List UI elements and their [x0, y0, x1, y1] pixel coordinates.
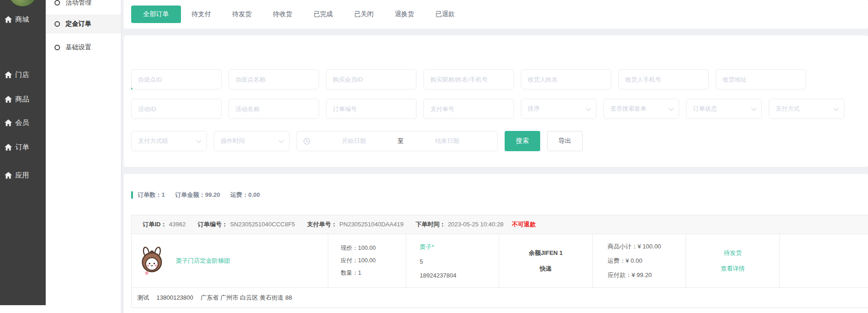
- select-placeholder: 支付方式组: [138, 137, 168, 145]
- sidebar-item-store[interactable]: 门店: [5, 69, 29, 80]
- tab-pending-shipment[interactable]: 待发货: [222, 10, 262, 18]
- tab-all-orders[interactable]: 全部订单: [131, 6, 181, 23]
- select-placeholder: 操作时间: [221, 137, 245, 145]
- order-row: 栗子门店定金阶梯团 现价：100.00 应付：100.00 数量：1 栗子* 5…: [132, 234, 868, 287]
- filter-row-1: [131, 69, 806, 89]
- tab-completed[interactable]: 已完成: [303, 10, 344, 18]
- buyer-member-id-input[interactable]: [326, 69, 416, 89]
- pickup-name-input[interactable]: [229, 69, 319, 89]
- empty-cell: [780, 234, 868, 287]
- summary-items: 订单数：1 订单金额：99.20 运费：0.00: [138, 191, 260, 199]
- export-button[interactable]: 导出: [547, 131, 583, 151]
- home-icon: [5, 119, 12, 126]
- order-status-select[interactable]: 订单状态: [686, 99, 762, 119]
- order-table: 订单ID：43962 订单编号：SN2305251040CCC8F5 支付单号：…: [131, 215, 868, 308]
- first-order-select[interactable]: 是否搜索首单: [603, 99, 679, 119]
- payment-type: 余额JIFEN 1: [529, 249, 563, 257]
- sidebar-item-label: 商品: [15, 95, 29, 104]
- end-date-field[interactable]: 结束日期: [404, 137, 491, 145]
- buyer-nickname-input[interactable]: [423, 69, 514, 89]
- order-header-row: 订单ID：43962 订单编号：SN2305251040CCC8F5 支付单号：…: [132, 215, 868, 234]
- avatar[interactable]: [8, 0, 37, 7]
- home-icon: [5, 16, 12, 23]
- operation-time-select[interactable]: 操作时间: [214, 131, 289, 151]
- chevron-down-icon: [669, 106, 674, 111]
- payment-sn: 支付单号：PN2305251040DAA419: [307, 220, 404, 229]
- tab-refunded[interactable]: 已退款: [425, 10, 465, 18]
- product-cell: 栗子门店定金阶梯团: [132, 234, 328, 287]
- tab-returns[interactable]: 退换货: [384, 10, 425, 18]
- amount-due: 应付款：¥ 99.20: [608, 271, 686, 279]
- sidebar-item-goods[interactable]: 商品: [5, 94, 29, 105]
- delivery-method: 快递: [540, 265, 552, 273]
- sidebar-item-label: 会员: [15, 118, 29, 127]
- submenu-item-deposit-orders[interactable]: 定金订单: [46, 15, 121, 33]
- circle-icon: [54, 21, 60, 27]
- non-refundable-badge: 不可退款: [512, 220, 536, 229]
- shipping-address-input[interactable]: [716, 69, 806, 89]
- status-cell: 待发货 查看详情: [686, 234, 780, 287]
- main-sidebar: 商城 门店 商品 会员 订单 应用: [0, 0, 46, 305]
- activity-name-input[interactable]: [229, 99, 319, 119]
- select-placeholder: 是否搜索首单: [610, 105, 646, 113]
- consignee-name-input[interactable]: [521, 69, 611, 89]
- sidebar-item-mall[interactable]: 商城: [5, 14, 29, 25]
- chevron-down-icon: [834, 106, 839, 111]
- pickup-id-input[interactable]: [131, 69, 222, 89]
- green-bar-icon: [131, 191, 133, 199]
- order-id: 订单ID：43962: [143, 220, 186, 229]
- circle-icon: [54, 45, 60, 50]
- home-icon: [5, 96, 12, 103]
- chevron-down-icon: [196, 138, 201, 143]
- payment-group-select[interactable]: 支付方式组: [131, 131, 207, 151]
- filter-row-3: 支付方式组 操作时间 开始日期 至 结束日期 搜索 导出: [131, 131, 583, 151]
- submenu-item-activity[interactable]: 活动管理: [46, 0, 121, 15]
- buyer-name-link[interactable]: 栗子*: [420, 243, 499, 251]
- sidebar-item-members[interactable]: 会员: [5, 117, 29, 128]
- price-cell: 现价：100.00 应付：100.00 数量：1: [328, 234, 406, 287]
- order-sn-input[interactable]: [326, 99, 416, 119]
- sort-select[interactable]: 排序: [521, 99, 597, 119]
- address-row: 测试 13800123800 广东省 广州市 白云区 黄石街道 88: [132, 287, 868, 307]
- chevron-down-icon: [279, 138, 284, 143]
- product-image: [139, 247, 165, 275]
- submenu-item-label: 活动管理: [66, 0, 91, 7]
- home-icon: [5, 144, 12, 151]
- order-tabs-card: 全部订单 待支付 待发货 待收货 已完成 已关闭 退换货 已退款: [124, 0, 868, 29]
- home-icon: [5, 172, 12, 179]
- subtotal: 商品小计：¥ 100.00: [608, 242, 686, 251]
- payment-method-select[interactable]: 支付方式: [769, 99, 844, 119]
- view-details-link[interactable]: 查看详情: [721, 265, 745, 273]
- sub-sidebar: 活动管理 定金订单 基础设置: [46, 0, 121, 313]
- summary-order-amount: 订单金额：99.20: [175, 191, 220, 199]
- current-price: 现价：100.00: [341, 244, 406, 252]
- order-time: 下单时间：2023-05-25 10:40:28: [416, 220, 504, 229]
- consignee-name: 测试: [137, 294, 149, 302]
- start-date-field[interactable]: 开始日期: [310, 137, 398, 145]
- consignee-phone-input[interactable]: [618, 69, 709, 89]
- summary-freight: 运费：0.00: [230, 191, 260, 199]
- order-sn: 订单编号：SN2305251040CCC8F5: [198, 220, 295, 229]
- activity-id-input[interactable]: [131, 99, 222, 119]
- payable-price: 应付：100.00: [341, 257, 406, 265]
- summary-order-count: 订单数：1: [138, 191, 165, 199]
- consignee-address: 广东省 广州市 白云区 黄石街道 88: [201, 294, 292, 302]
- sidebar-item-orders[interactable]: 订单: [5, 142, 29, 153]
- sidebar-item-apps[interactable]: 应用: [5, 170, 29, 181]
- product-name-link[interactable]: 栗子门店定金阶梯团: [176, 257, 230, 265]
- filter-card: 订单筛选 排序 是否搜索首单 订单状态 支付方式: [124, 35, 868, 167]
- circle-icon: [54, 0, 60, 6]
- chevron-down-icon: [586, 106, 591, 111]
- search-button[interactable]: 搜索: [505, 131, 540, 151]
- home-icon: [5, 71, 12, 78]
- submenu-item-label: 定金订单: [66, 20, 91, 28]
- clock-icon: [303, 138, 310, 145]
- tab-pending-payment[interactable]: 待支付: [181, 10, 222, 18]
- date-range-picker[interactable]: 开始日期 至 结束日期: [296, 131, 498, 151]
- submenu-item-settings[interactable]: 基础设置: [46, 33, 121, 62]
- payment-sn-input[interactable]: [423, 99, 514, 119]
- tab-pending-receipt[interactable]: 待收货: [262, 10, 303, 18]
- orders-summary: 订单数：1 订单金额：99.20 运费：0.00: [131, 191, 260, 199]
- order-status: 待发货: [724, 249, 742, 257]
- tab-closed[interactable]: 已关闭: [344, 10, 384, 18]
